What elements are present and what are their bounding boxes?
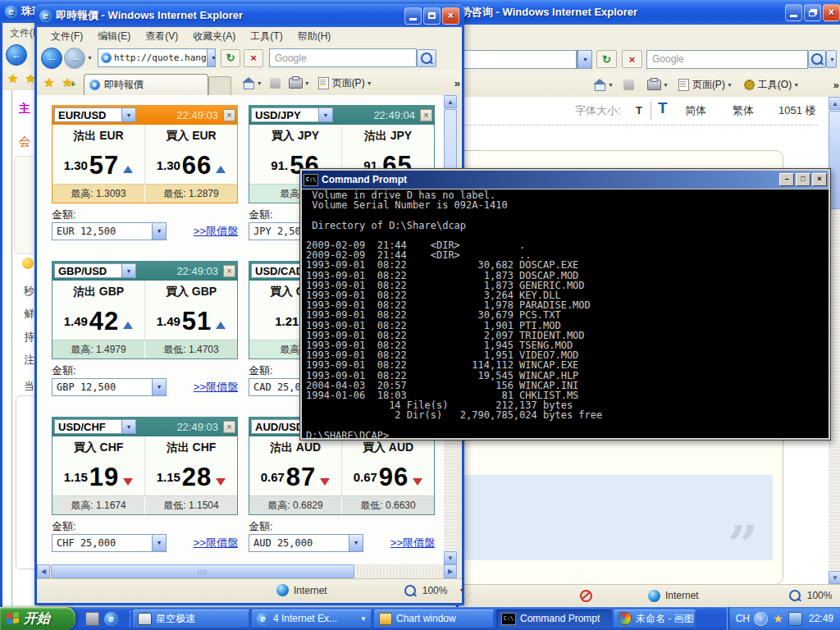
task-button-chart-window[interactable]: Chart window xyxy=(374,609,494,628)
new-tab-stub[interactable] xyxy=(208,76,231,95)
cmd-output[interactable]: Volume in drive D has no label. Volume S… xyxy=(302,189,829,438)
chevron-down-icon[interactable]: ▼ xyxy=(304,80,310,86)
restore-icon[interactable] xyxy=(804,4,821,21)
scroll-up-icon[interactable]: ▲ xyxy=(829,97,840,110)
resize-grip[interactable]: ⋰ xyxy=(464,591,473,600)
scroll-right-icon[interactable]: ▶ xyxy=(444,564,457,578)
back-icon[interactable]: ← xyxy=(6,44,27,66)
menu-favorites[interactable]: 收藏夹(A) xyxy=(185,30,243,43)
amount-select[interactable]: EUR 12,500▼ xyxy=(52,222,167,240)
chevron-down-icon[interactable]: ▼ xyxy=(793,82,799,88)
search-input[interactable]: Google xyxy=(646,50,808,69)
cmd-titlebar[interactable]: C:\ Command Prompt － □ × xyxy=(302,171,829,189)
menu-edit[interactable]: 编辑(E) xyxy=(90,30,138,43)
limit-order-link[interactable]: >>限價盤 xyxy=(194,536,238,550)
currency-pair-select[interactable]: GBP/USD▼ xyxy=(54,263,136,278)
close-icon[interactable]: × xyxy=(223,421,235,433)
rss-feed-icon[interactable] xyxy=(270,78,281,89)
home-icon[interactable] xyxy=(243,78,255,89)
search-input[interactable]: Google xyxy=(269,48,417,67)
task-button-ie-group[interactable]: e 4 Internet Ex... ▼ xyxy=(252,609,372,628)
favorites-star-icon[interactable]: ★ xyxy=(7,71,18,86)
print-icon[interactable] xyxy=(289,78,303,89)
stop-button[interactable]: × xyxy=(622,50,642,68)
menu-file[interactable]: 文件(F) xyxy=(43,30,90,43)
search-options-button[interactable]: ▼ xyxy=(826,50,837,68)
favorites-center-icon[interactable]: ★ xyxy=(43,75,54,90)
task-button-paint[interactable]: 未命名 - 画图 xyxy=(614,609,696,628)
chevron-down-icon[interactable]: ▼ xyxy=(367,80,372,86)
tray-network-icon[interactable] xyxy=(788,612,802,626)
minimize-icon[interactable] xyxy=(785,4,802,21)
maximize-icon[interactable] xyxy=(423,7,441,25)
minimize-icon[interactable] xyxy=(404,7,422,25)
currency-pair-select[interactable]: EUR/USD▼ xyxy=(54,107,136,122)
menu-help[interactable]: 帮助(H) xyxy=(290,30,339,43)
font-small-button[interactable]: T xyxy=(636,104,642,116)
language-indicator[interactable]: CH xyxy=(736,613,750,624)
maximize-icon[interactable]: □ xyxy=(796,173,810,186)
start-button[interactable]: 开始 xyxy=(0,607,75,630)
scroll-down-icon[interactable]: ▼ xyxy=(444,551,457,564)
chevron-down-icon[interactable]: ▼ xyxy=(663,82,669,88)
zoom-level[interactable]: 100% xyxy=(807,590,833,601)
back-icon[interactable]: ← xyxy=(41,48,62,69)
add-favorite-icon[interactable]: ★+ xyxy=(62,75,75,90)
history-dropdown-icon[interactable]: ▼ xyxy=(87,55,93,61)
rss-feed-icon[interactable] xyxy=(623,80,634,90)
menu-tools[interactable]: 工具(T) xyxy=(243,30,290,43)
address-dropdown[interactable]: ▼ xyxy=(577,50,592,69)
search-button[interactable] xyxy=(808,50,826,68)
minimize-icon[interactable]: － xyxy=(779,173,794,186)
limit-order-link[interactable]: >>限價盤 xyxy=(194,224,238,239)
search-button[interactable] xyxy=(417,49,436,67)
close-icon[interactable]: × xyxy=(442,7,459,25)
amount-select[interactable]: AUD 25,000▼ xyxy=(249,534,363,552)
address-input[interactable]: e http://quote.hang ▼ xyxy=(98,48,216,67)
home-icon[interactable] xyxy=(594,80,606,90)
tools-menu[interactable]: 工具(O) xyxy=(758,78,792,92)
scroll-down-icon[interactable]: ▼ xyxy=(829,571,840,584)
print-icon[interactable] xyxy=(647,80,661,90)
chevron-down-icon[interactable]: ▼ xyxy=(257,80,262,86)
toolbar-overflow-chevron[interactable]: » xyxy=(833,79,839,91)
chevron-down-icon[interactable]: ▼ xyxy=(459,587,464,593)
tray-messenger-icon[interactable]: ★ xyxy=(772,613,784,625)
page-icon[interactable] xyxy=(678,79,689,91)
currency-pair-select[interactable]: USD/JPY▼ xyxy=(251,107,333,122)
page-menu[interactable]: 页面(P) xyxy=(332,76,365,90)
menu-view[interactable]: 查看(V) xyxy=(138,30,185,43)
traditional-chinese-button[interactable]: 繁体 xyxy=(733,103,754,118)
toolbar-overflow-chevron[interactable]: » xyxy=(454,77,460,89)
amount-select[interactable]: GBP 12,500▼ xyxy=(52,378,167,396)
quote-window-titlebar[interactable]: e 即時報價 - Windows Internet Explorer × xyxy=(34,4,464,27)
close-icon[interactable]: × xyxy=(812,173,827,186)
quicklaunch-desktop-icon[interactable] xyxy=(85,612,99,626)
currency-pair-select[interactable]: USD/CHF▼ xyxy=(54,419,136,434)
scrollbar-thumb[interactable]: |||| xyxy=(51,564,354,578)
stop-button[interactable]: × xyxy=(244,49,263,67)
close-icon[interactable]: × xyxy=(223,265,235,277)
limit-order-link[interactable]: >>限價盤 xyxy=(390,536,435,550)
right-window-titlebar[interactable]: 势咨询 - Windows Internet Explorer × xyxy=(456,0,840,25)
chevron-down-icon[interactable]: ▼ xyxy=(727,82,733,88)
zoom-level[interactable]: 100% xyxy=(422,585,448,596)
refresh-button[interactable]: ↻ xyxy=(596,50,617,68)
chevron-down-icon[interactable]: ▼ xyxy=(608,82,614,88)
limit-order-link[interactable]: >>限價盤 xyxy=(194,380,238,395)
quote-page-hscrollbar[interactable]: ◀ |||| ▶ xyxy=(37,564,457,578)
gear-icon[interactable] xyxy=(744,80,755,90)
amount-select[interactable]: CHF 25,000▼ xyxy=(52,534,167,552)
page-menu[interactable]: 页面(P) xyxy=(692,78,725,92)
scroll-up-icon[interactable]: ▲ xyxy=(444,95,457,108)
scroll-left-icon[interactable]: ◀ xyxy=(37,564,50,578)
tab-quote[interactable]: e 即時報價 xyxy=(84,74,208,95)
chevron-down-icon[interactable]: ▼ xyxy=(207,49,216,66)
tray-clock[interactable]: 22:49 xyxy=(809,613,833,624)
close-icon[interactable]: × xyxy=(223,109,235,121)
simplified-chinese-button[interactable]: 简体 xyxy=(685,103,706,118)
quicklaunch-ie-icon[interactable]: e xyxy=(104,612,118,626)
font-large-button[interactable]: T xyxy=(658,99,668,117)
address-input[interactable] xyxy=(460,50,577,69)
tray-collapse-chevron-icon[interactable]: ‹ xyxy=(754,612,768,626)
